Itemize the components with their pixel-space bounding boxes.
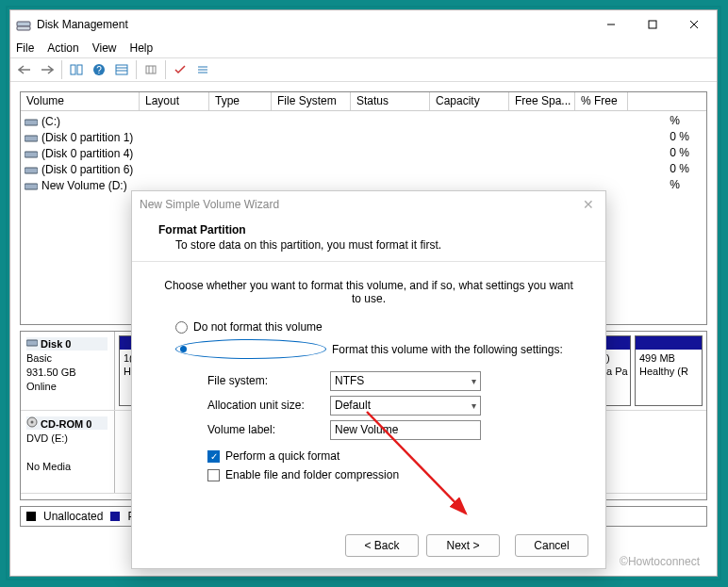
- svg-rect-17: [25, 120, 38, 125]
- volume-name: (C:): [41, 115, 60, 128]
- swatch-unallocated: [26, 512, 36, 521]
- checkbox-icon: [207, 469, 220, 481]
- minimize-button[interactable]: [590, 11, 632, 38]
- list-item[interactable]: (C:): [21, 113, 706, 129]
- menu-action[interactable]: Action: [47, 41, 78, 55]
- disk0-size: 931.50 GB: [26, 367, 76, 378]
- details-icon[interactable]: [111, 59, 132, 80]
- toolbar-divider: [136, 60, 137, 79]
- volume-name: (Disk 0 partition 4): [41, 147, 133, 160]
- wizard-body: Choose whether you want to format this v…: [132, 262, 605, 523]
- list-item[interactable]: (Disk 0 partition 1): [21, 129, 706, 145]
- pctfree-values: % 0 % 0 % 0 % %: [670, 113, 689, 193]
- toolbar-divider: [165, 60, 166, 79]
- next-button[interactable]: Next >: [426, 534, 500, 557]
- back-icon[interactable]: [14, 59, 35, 80]
- label-allocation-unit: Allocation unit size:: [207, 399, 330, 412]
- watermark: ©Howtoconnect: [620, 555, 700, 568]
- col-volume[interactable]: Volume: [21, 92, 140, 110]
- close-button[interactable]: [673, 11, 715, 38]
- wizard-subheading: To store data on this partition, you mus…: [158, 236, 587, 252]
- new-simple-volume-wizard: New Simple Volume Wizard ✕ Format Partit…: [131, 190, 606, 569]
- legend-unallocated: Unallocated: [43, 510, 103, 523]
- wizard-header: Format Partition To store data on this p…: [132, 218, 605, 262]
- menu-help[interactable]: Help: [130, 41, 154, 55]
- radio-icon: [175, 339, 326, 359]
- column-headers: Volume Layout Type File System Status Ca…: [21, 92, 706, 111]
- check-icon[interactable]: [170, 59, 190, 80]
- svg-rect-10: [116, 65, 127, 74]
- help-icon[interactable]: ?: [89, 59, 109, 80]
- cdrom-sub: DVD (E:): [26, 432, 68, 444]
- checkbox-compression[interactable]: Enable file and folder compression: [207, 468, 577, 481]
- wizard-footer: < Back Next > Cancel: [132, 523, 605, 568]
- checkbox-icon: ✓: [207, 450, 220, 463]
- refresh-icon[interactable]: [141, 59, 161, 80]
- swatch-primary: [110, 512, 120, 521]
- col-pctfree[interactable]: % Free: [575, 92, 628, 110]
- label-file-system: File system:: [207, 374, 330, 387]
- col-freespace[interactable]: Free Spa...: [509, 92, 575, 110]
- svg-rect-6: [71, 65, 75, 74]
- menu-file[interactable]: File: [16, 41, 34, 55]
- cdrom-title: CD-ROM 0: [41, 418, 91, 430]
- svg-rect-22: [26, 340, 38, 346]
- wizard-titlebar: New Simple Volume Wizard ✕: [132, 191, 605, 218]
- radio-label: Format this volume with the following se…: [332, 343, 563, 356]
- chevron-down-icon: ▾: [472, 376, 476, 386]
- radio-do-not-format[interactable]: Do not format this volume: [175, 320, 577, 334]
- col-capacity[interactable]: Capacity: [430, 92, 509, 110]
- svg-rect-7: [77, 65, 82, 74]
- cancel-button[interactable]: Cancel: [515, 534, 588, 557]
- svg-rect-0: [17, 22, 30, 26]
- svg-rect-1: [17, 26, 30, 30]
- menu-bar: File Action View Help: [10, 39, 717, 57]
- volume-name: (Disk 0 partition 1): [41, 131, 133, 144]
- forward-icon[interactable]: [37, 59, 58, 80]
- label-volume-label: Volume label:: [207, 423, 330, 436]
- svg-rect-13: [146, 66, 156, 73]
- wizard-title: New Simple Volume Wizard: [140, 198, 279, 211]
- select-value: Default: [335, 399, 371, 412]
- select-allocation-unit[interactable]: Default ▾: [330, 396, 481, 416]
- teal-frame: Disk Management File Action View Help ? …: [6, 6, 721, 580]
- cdrom-icon: [26, 416, 38, 428]
- pctfree-value: 0 %: [670, 161, 689, 177]
- select-value: NTFS: [335, 374, 364, 387]
- radio-format-with-settings[interactable]: Format this volume with the following se…: [175, 339, 577, 359]
- disk-management-window: Disk Management File Action View Help ? …: [9, 9, 718, 577]
- svg-text:?: ?: [96, 65, 102, 75]
- input-volume-label[interactable]: New Volume: [330, 420, 481, 440]
- svg-rect-20: [25, 168, 38, 173]
- col-layout[interactable]: Layout: [140, 92, 209, 110]
- maximize-button[interactable]: [632, 11, 673, 38]
- list-item[interactable]: (Disk 0 partition 4): [21, 145, 706, 161]
- cdrom-label[interactable]: CD-ROM 0 DVD (E:) No Media: [21, 411, 115, 493]
- titlebar: Disk Management: [10, 10, 717, 39]
- dual-pane-icon[interactable]: [66, 59, 87, 80]
- disk-icon: [26, 338, 38, 348]
- window-title: Disk Management: [37, 18, 128, 31]
- menu-view[interactable]: View: [92, 41, 117, 55]
- toolbar: ?: [10, 57, 717, 82]
- list-icon[interactable]: [192, 59, 213, 80]
- checkbox-label: Enable file and folder compression: [225, 468, 399, 481]
- svg-point-24: [31, 421, 34, 424]
- wizard-close-icon[interactable]: ✕: [579, 197, 598, 212]
- input-value: New Volume: [335, 423, 398, 436]
- checkbox-quick-format[interactable]: ✓ Perform a quick format: [207, 449, 577, 463]
- pctfree-value: %: [670, 113, 689, 129]
- disk0-state: Online: [26, 381, 57, 392]
- volume-name: (Disk 0 partition 6): [41, 163, 133, 176]
- select-file-system[interactable]: NTFS ▾: [330, 371, 481, 391]
- disk0-label[interactable]: Disk 0 Basic 931.50 GB Online: [21, 332, 115, 410]
- cdrom-state: No Media: [26, 461, 71, 472]
- col-type[interactable]: Type: [209, 92, 272, 110]
- col-filesystem[interactable]: File System: [272, 92, 351, 110]
- partition-recovery[interactable]: 499 MB Healthy (R: [635, 335, 703, 406]
- list-item[interactable]: (Disk 0 partition 6): [21, 161, 706, 177]
- back-button[interactable]: < Back: [345, 534, 419, 557]
- svg-rect-19: [25, 152, 38, 157]
- volume-list-body: (C:) (Disk 0 partition 1) (Disk 0 partit…: [21, 111, 706, 193]
- col-status[interactable]: Status: [351, 92, 430, 110]
